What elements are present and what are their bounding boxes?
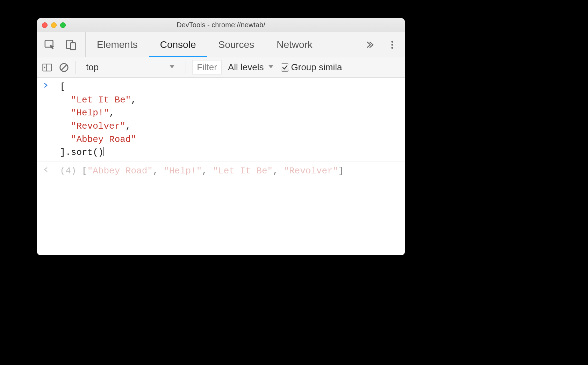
tab-label: Console — [160, 39, 196, 50]
svg-point-5 — [391, 44, 393, 45]
console-output: [ "Let It Be", "Help!", "Revolver", "Abb… — [37, 78, 405, 255]
context-select-value: top — [86, 62, 99, 73]
window-title: DevTools - chrome://newtab/ — [37, 21, 405, 29]
close-window-button[interactable] — [42, 22, 48, 28]
console-toolbar: top Filter All levels Group simila — [37, 57, 405, 78]
tab-network[interactable]: Network — [265, 32, 324, 57]
device-toolbar-icon[interactable] — [65, 39, 77, 51]
filter-input[interactable]: Filter — [192, 60, 222, 74]
tab-label: Network — [277, 39, 313, 50]
tab-sources[interactable]: Sources — [207, 32, 265, 57]
separator — [381, 37, 381, 52]
filter-placeholder: Filter — [197, 62, 217, 72]
log-levels-select[interactable]: All levels — [228, 62, 274, 73]
settings-menu-icon[interactable] — [384, 36, 401, 53]
console-input-code: [ "Let It Be", "Help!", "Revolver", "Abb… — [60, 80, 136, 159]
inspect-element-icon[interactable] — [44, 39, 56, 51]
group-similar-checkbox[interactable]: Group simila — [281, 62, 342, 73]
separator — [76, 61, 76, 74]
input-prompt-icon — [37, 80, 55, 89]
show-console-sidebar-icon[interactable] — [42, 62, 52, 73]
group-similar-label: Group simila — [291, 62, 342, 73]
tab-label: Sources — [218, 39, 254, 50]
svg-point-6 — [391, 47, 393, 49]
chevron-down-icon — [267, 62, 274, 73]
svg-marker-13 — [268, 65, 273, 68]
output-indicator-icon — [37, 165, 55, 173]
svg-marker-9 — [44, 66, 45, 69]
more-tabs-icon[interactable] — [361, 36, 378, 53]
devtools-tabstrip: Elements Console Sources Network — [37, 32, 405, 57]
window-controls — [37, 22, 66, 28]
tab-console[interactable]: Console — [149, 32, 207, 57]
minimize-window-button[interactable] — [51, 22, 57, 28]
tab-elements[interactable]: Elements — [86, 32, 149, 57]
console-preview-code: (4) ["Abbey Road", "Help!", "Let It Be",… — [60, 165, 344, 178]
text-cursor — [103, 147, 104, 156]
execution-context-select[interactable]: top — [82, 61, 179, 74]
levels-label: All levels — [228, 62, 264, 73]
chevron-down-icon — [168, 62, 175, 73]
svg-line-11 — [62, 65, 67, 70]
svg-point-4 — [391, 41, 393, 42]
tab-label: Elements — [97, 39, 138, 50]
svg-marker-12 — [170, 65, 174, 68]
devtools-window: { "window": { "title": "DevTools - chrom… — [37, 18, 405, 255]
titlebar: DevTools - chrome://newtab/ — [37, 18, 405, 32]
svg-rect-2 — [71, 43, 76, 50]
separator — [186, 61, 186, 74]
console-input-entry[interactable]: [ "Let It Be", "Help!", "Revolver", "Abb… — [37, 78, 405, 162]
clear-console-icon[interactable] — [59, 62, 69, 73]
zoom-window-button[interactable] — [60, 22, 66, 28]
console-eager-eval-entry: (4) ["Abbey Road", "Help!", "Let It Be",… — [37, 162, 405, 180]
checkbox-icon — [281, 63, 289, 72]
